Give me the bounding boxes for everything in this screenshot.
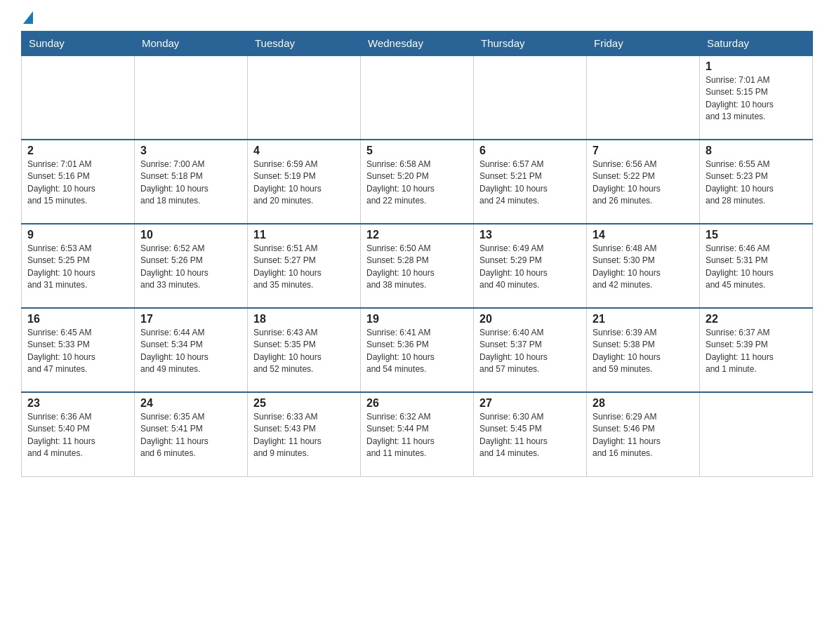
day-number: 13: [479, 229, 581, 241]
calendar-cell: 6Sunrise: 6:57 AM Sunset: 5:21 PM Daylig…: [474, 140, 587, 224]
day-info: Sunrise: 6:37 AM Sunset: 5:39 PM Dayligh…: [706, 327, 807, 376]
calendar-cell: 22Sunrise: 6:37 AM Sunset: 5:39 PM Dayli…: [700, 308, 813, 392]
calendar-cell: [587, 55, 700, 140]
day-number: 3: [140, 145, 241, 157]
day-number: 14: [593, 229, 694, 241]
day-number: 21: [593, 313, 694, 326]
day-header-wednesday: Wednesday: [361, 32, 474, 56]
day-info: Sunrise: 6:48 AM Sunset: 5:30 PM Dayligh…: [593, 243, 694, 292]
day-number: 28: [593, 397, 694, 410]
day-info: Sunrise: 6:30 AM Sunset: 5:45 PM Dayligh…: [479, 411, 581, 460]
day-info: Sunrise: 6:46 AM Sunset: 5:31 PM Dayligh…: [706, 243, 807, 292]
day-info: Sunrise: 6:45 AM Sunset: 5:33 PM Dayligh…: [27, 327, 128, 376]
calendar-cell: 24Sunrise: 6:35 AM Sunset: 5:41 PM Dayli…: [135, 392, 248, 476]
calendar-table: SundayMondayTuesdayWednesdayThursdayFrid…: [21, 31, 813, 477]
day-info: Sunrise: 6:40 AM Sunset: 5:37 PM Dayligh…: [479, 327, 581, 376]
day-number: 20: [479, 313, 581, 326]
calendar-cell: 5Sunrise: 6:58 AM Sunset: 5:20 PM Daylig…: [361, 140, 474, 224]
calendar-cell: 25Sunrise: 6:33 AM Sunset: 5:43 PM Dayli…: [248, 392, 361, 476]
day-header-sunday: Sunday: [22, 32, 135, 56]
calendar-cell: 4Sunrise: 6:59 AM Sunset: 5:19 PM Daylig…: [248, 140, 361, 224]
day-info: Sunrise: 6:39 AM Sunset: 5:38 PM Dayligh…: [593, 327, 694, 376]
day-info: Sunrise: 6:35 AM Sunset: 5:41 PM Dayligh…: [140, 411, 241, 460]
day-info: Sunrise: 7:00 AM Sunset: 5:18 PM Dayligh…: [140, 159, 241, 208]
calendar-cell: [361, 55, 474, 140]
week-row-1: 1Sunrise: 7:01 AM Sunset: 5:15 PM Daylig…: [22, 55, 813, 140]
day-header-friday: Friday: [587, 32, 700, 56]
day-number: 12: [366, 229, 468, 241]
week-row-4: 16Sunrise: 6:45 AM Sunset: 5:33 PM Dayli…: [22, 308, 813, 392]
calendar-cell: 3Sunrise: 7:00 AM Sunset: 5:18 PM Daylig…: [135, 140, 248, 224]
day-number: 15: [706, 229, 807, 241]
day-number: 19: [366, 313, 468, 326]
week-row-2: 2Sunrise: 7:01 AM Sunset: 5:16 PM Daylig…: [22, 140, 813, 224]
day-number: 7: [593, 145, 694, 157]
days-header-row: SundayMondayTuesdayWednesdayThursdayFrid…: [22, 32, 813, 56]
day-number: 9: [27, 229, 128, 241]
week-row-3: 9Sunrise: 6:53 AM Sunset: 5:25 PM Daylig…: [22, 224, 813, 308]
calendar-cell: 18Sunrise: 6:43 AM Sunset: 5:35 PM Dayli…: [248, 308, 361, 392]
calendar-cell: 16Sunrise: 6:45 AM Sunset: 5:33 PM Dayli…: [22, 308, 135, 392]
day-info: Sunrise: 6:57 AM Sunset: 5:21 PM Dayligh…: [479, 159, 581, 208]
calendar-cell: 26Sunrise: 6:32 AM Sunset: 5:44 PM Dayli…: [361, 392, 474, 476]
day-number: 26: [366, 397, 468, 410]
calendar-cell: 23Sunrise: 6:36 AM Sunset: 5:40 PM Dayli…: [22, 392, 135, 476]
calendar-cell: [474, 55, 587, 140]
day-info: Sunrise: 6:44 AM Sunset: 5:34 PM Dayligh…: [140, 327, 241, 376]
calendar-cell: 17Sunrise: 6:44 AM Sunset: 5:34 PM Dayli…: [135, 308, 248, 392]
day-number: 27: [479, 397, 581, 410]
day-number: 1: [706, 60, 807, 73]
day-number: 22: [706, 313, 807, 326]
day-info: Sunrise: 6:33 AM Sunset: 5:43 PM Dayligh…: [253, 411, 355, 460]
day-info: Sunrise: 6:50 AM Sunset: 5:28 PM Dayligh…: [366, 243, 468, 292]
day-info: Sunrise: 7:01 AM Sunset: 5:16 PM Dayligh…: [27, 159, 128, 208]
day-info: Sunrise: 6:51 AM Sunset: 5:27 PM Dayligh…: [253, 243, 355, 292]
day-header-thursday: Thursday: [474, 32, 587, 56]
calendar-cell: 9Sunrise: 6:53 AM Sunset: 5:25 PM Daylig…: [22, 224, 135, 308]
day-number: 23: [27, 397, 128, 410]
day-number: 18: [253, 313, 355, 326]
calendar-cell: 7Sunrise: 6:56 AM Sunset: 5:22 PM Daylig…: [587, 140, 700, 224]
logo: [21, 14, 33, 24]
calendar-cell: 10Sunrise: 6:52 AM Sunset: 5:26 PM Dayli…: [135, 224, 248, 308]
calendar-cell: [22, 55, 135, 140]
calendar-cell: [248, 55, 361, 140]
calendar-cell: 2Sunrise: 7:01 AM Sunset: 5:16 PM Daylig…: [22, 140, 135, 224]
day-info: Sunrise: 6:41 AM Sunset: 5:36 PM Dayligh…: [366, 327, 468, 376]
calendar-cell: 8Sunrise: 6:55 AM Sunset: 5:23 PM Daylig…: [700, 140, 813, 224]
day-number: 25: [253, 397, 355, 410]
day-number: 5: [366, 145, 468, 157]
day-number: 6: [479, 145, 581, 157]
calendar-cell: 27Sunrise: 6:30 AM Sunset: 5:45 PM Dayli…: [474, 392, 587, 476]
day-info: Sunrise: 6:53 AM Sunset: 5:25 PM Dayligh…: [27, 243, 128, 292]
day-number: 4: [253, 145, 355, 157]
calendar-cell: 15Sunrise: 6:46 AM Sunset: 5:31 PM Dayli…: [700, 224, 813, 308]
day-info: Sunrise: 6:29 AM Sunset: 5:46 PM Dayligh…: [593, 411, 694, 460]
calendar-cell: 19Sunrise: 6:41 AM Sunset: 5:36 PM Dayli…: [361, 308, 474, 392]
day-number: 8: [706, 145, 807, 157]
day-info: Sunrise: 6:32 AM Sunset: 5:44 PM Dayligh…: [366, 411, 468, 460]
day-header-tuesday: Tuesday: [248, 32, 361, 56]
day-info: Sunrise: 6:56 AM Sunset: 5:22 PM Dayligh…: [593, 159, 694, 208]
calendar-cell: [135, 55, 248, 140]
day-info: Sunrise: 7:01 AM Sunset: 5:15 PM Dayligh…: [706, 74, 807, 123]
calendar-cell: 14Sunrise: 6:48 AM Sunset: 5:30 PM Dayli…: [587, 224, 700, 308]
day-header-monday: Monday: [135, 32, 248, 56]
day-number: 10: [140, 229, 241, 241]
day-number: 17: [140, 313, 241, 326]
day-info: Sunrise: 6:59 AM Sunset: 5:19 PM Dayligh…: [253, 159, 355, 208]
day-number: 16: [27, 313, 128, 326]
day-info: Sunrise: 6:55 AM Sunset: 5:23 PM Dayligh…: [706, 159, 807, 208]
day-info: Sunrise: 6:36 AM Sunset: 5:40 PM Dayligh…: [27, 411, 128, 460]
day-number: 11: [253, 229, 355, 241]
logo-triangle-icon: [23, 11, 33, 24]
calendar-cell: 1Sunrise: 7:01 AM Sunset: 5:15 PM Daylig…: [700, 55, 813, 140]
calendar-cell: 20Sunrise: 6:40 AM Sunset: 5:37 PM Dayli…: [474, 308, 587, 392]
day-number: 24: [140, 397, 241, 410]
day-info: Sunrise: 6:49 AM Sunset: 5:29 PM Dayligh…: [479, 243, 581, 292]
calendar-cell: [700, 392, 813, 476]
week-row-5: 23Sunrise: 6:36 AM Sunset: 5:40 PM Dayli…: [22, 392, 813, 476]
calendar-cell: 12Sunrise: 6:50 AM Sunset: 5:28 PM Dayli…: [361, 224, 474, 308]
calendar-cell: 11Sunrise: 6:51 AM Sunset: 5:27 PM Dayli…: [248, 224, 361, 308]
day-info: Sunrise: 6:58 AM Sunset: 5:20 PM Dayligh…: [366, 159, 468, 208]
